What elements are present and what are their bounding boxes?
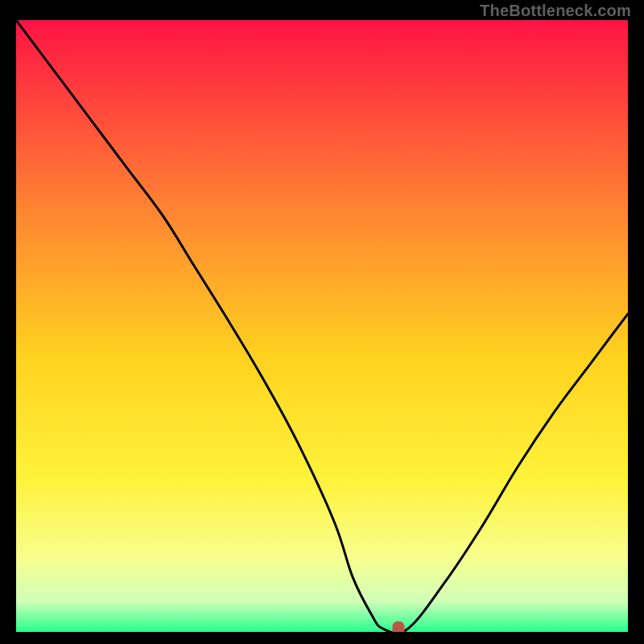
chart-frame: TheBottleneck.com bbox=[0, 0, 644, 644]
bottleneck-chart bbox=[16, 20, 628, 632]
gradient-background bbox=[16, 20, 628, 632]
bottleneck-marker bbox=[393, 621, 404, 632]
plot-area bbox=[16, 20, 628, 632]
watermark-text: TheBottleneck.com bbox=[480, 2, 631, 20]
